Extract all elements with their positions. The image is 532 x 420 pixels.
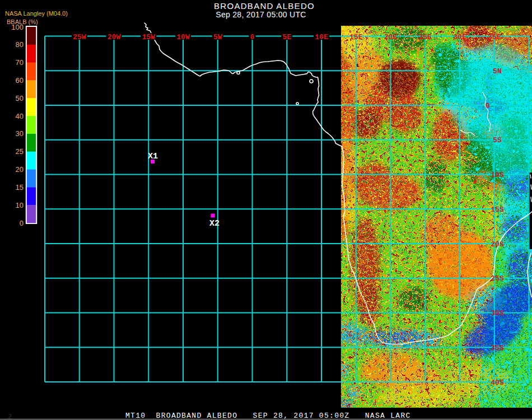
svg-text:25S: 25S xyxy=(491,274,504,283)
svg-text:10: 10 xyxy=(16,201,24,209)
svg-text:X2: X2 xyxy=(209,219,220,228)
svg-text:10S: 10S xyxy=(491,171,504,179)
svg-text:BROADBAND ALBEDO: BROADBAND ALBEDO xyxy=(214,1,315,11)
svg-text:15W: 15W xyxy=(142,33,155,41)
svg-text:10W: 10W xyxy=(176,33,190,41)
svg-text:35E: 35E xyxy=(488,33,501,41)
svg-text:NASA Langley (M04.0): NASA Langley (M04.0) xyxy=(5,10,68,17)
svg-text:Sep 28, 2017 05:00 UTC: Sep 28, 2017 05:00 UTC xyxy=(216,10,306,19)
svg-text:5E: 5E xyxy=(282,33,291,41)
svg-text:15S: 15S xyxy=(491,206,504,214)
svg-text:25: 25 xyxy=(16,147,24,156)
svg-text:MT10 BROADBAND ALBEDO SEP 2: MT10 BROADBAND ALBEDO SEP 28, 2017 05:00… xyxy=(125,412,411,420)
svg-text:60: 60 xyxy=(16,76,24,85)
svg-text:0: 0 xyxy=(20,219,24,227)
svg-text:0: 0 xyxy=(250,33,255,41)
svg-text:5N: 5N xyxy=(493,67,502,76)
svg-text:15E: 15E xyxy=(349,33,363,41)
svg-text:10E: 10E xyxy=(315,33,328,41)
svg-text:80: 80 xyxy=(16,40,24,49)
svg-text:30: 30 xyxy=(16,129,24,138)
svg-text:25W: 25W xyxy=(73,33,86,41)
svg-text:BBALB (%): BBALB (%) xyxy=(7,18,38,25)
svg-text:50: 50 xyxy=(16,94,24,102)
svg-text:20W: 20W xyxy=(108,33,121,41)
svg-text:0: 0 xyxy=(486,102,490,110)
svg-text:40: 40 xyxy=(16,112,24,120)
svg-text:20S: 20S xyxy=(491,240,504,249)
svg-text:30S: 30S xyxy=(491,309,504,318)
svg-text:5W: 5W xyxy=(213,33,222,41)
svg-text:35S: 35S xyxy=(491,344,504,352)
svg-text:70: 70 xyxy=(16,58,24,67)
svg-text:25E: 25E xyxy=(418,33,432,41)
svg-text:5S: 5S xyxy=(493,136,502,144)
svg-text:20E: 20E xyxy=(384,33,398,41)
svg-text:40S: 40S xyxy=(491,379,504,387)
svg-text:20: 20 xyxy=(16,165,24,174)
svg-text:15: 15 xyxy=(16,183,24,192)
svg-text:X1: X1 xyxy=(148,152,158,161)
svg-text:30E: 30E xyxy=(453,33,466,41)
